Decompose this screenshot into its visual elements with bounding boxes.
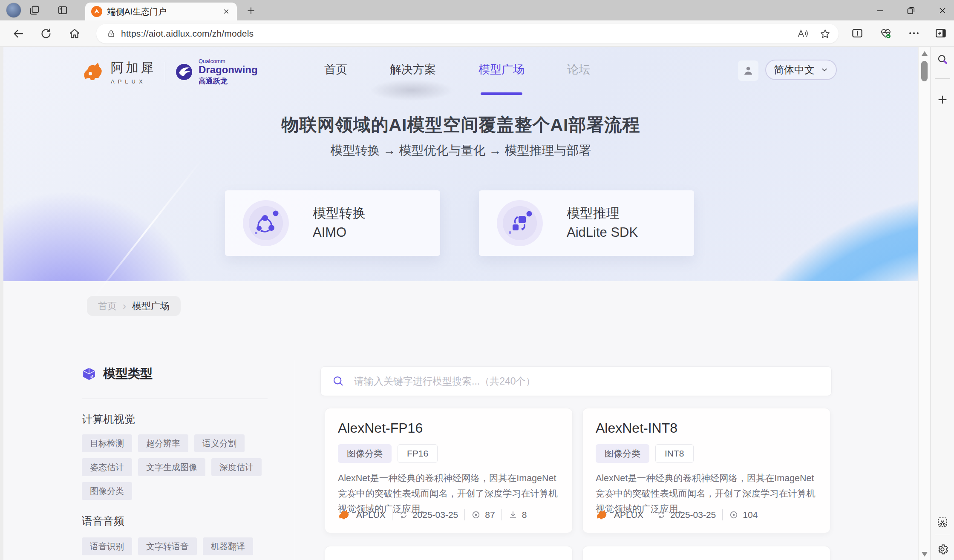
tag-text-to-image[interactable]: 文字生成图像 xyxy=(138,458,205,476)
tab-close-icon[interactable] xyxy=(222,7,231,16)
address-bar[interactable]: https://aiot.aidlux.com/zh/models xyxy=(96,24,839,43)
footer-separator xyxy=(501,509,502,520)
rail-add-icon[interactable] xyxy=(937,94,948,106)
feature-card-product: AIMO xyxy=(313,223,366,242)
scroll-up-arrow[interactable] xyxy=(922,51,928,56)
model-views: 87 xyxy=(471,510,495,520)
sidebar-title: 模型类型 xyxy=(103,365,153,382)
breadcrumb-home[interactable]: 首页 xyxy=(98,300,117,313)
sidebar-divider xyxy=(82,399,268,399)
breadcrumb: 首页 › 模型广场 xyxy=(87,296,181,316)
aplux-logo-icon xyxy=(82,61,104,83)
feature-card-product: AidLite SDK xyxy=(567,223,638,242)
tag-speech-recognition[interactable]: 语音识别 xyxy=(82,537,132,555)
update-icon xyxy=(657,510,666,520)
window-restore-button[interactable] xyxy=(906,6,916,16)
tag-super-resolution[interactable]: 超分辨率 xyxy=(138,434,188,452)
hero-decoration-streak xyxy=(89,158,203,303)
aplux-logo-text: 阿加犀 APLUX xyxy=(111,59,156,85)
edge-sidebar-rail xyxy=(930,47,954,560)
aimo-icon xyxy=(243,200,289,246)
search-input[interactable] xyxy=(354,376,820,387)
feature-card-model-convert[interactable]: 模型转换 AIMO xyxy=(225,190,440,256)
model-card-alexnet-fp16[interactable]: AlexNet-FP16 图像分类 FP16 AlexNet是一种经典的卷积神经… xyxy=(325,408,573,533)
tag-depth-estimation[interactable]: 深度估计 xyxy=(211,458,262,476)
window-minimize-button[interactable] xyxy=(875,6,885,16)
bing-search-icon[interactable] xyxy=(937,54,948,66)
new-tab-button[interactable] xyxy=(246,6,256,16)
page-scrollbar[interactable] xyxy=(918,47,930,560)
model-tag-precision[interactable]: FP16 xyxy=(398,444,438,463)
browser-profile-avatar[interactable] xyxy=(6,3,21,18)
scrollbar-thumb[interactable] xyxy=(921,61,928,81)
model-card-partial[interactable] xyxy=(582,546,830,560)
nav-item-forum[interactable]: 论坛 xyxy=(567,62,590,77)
sidebar-section-cv: 计算机视觉 xyxy=(82,412,135,426)
settings-gear-icon[interactable] xyxy=(937,543,948,555)
read-aloud-icon[interactable] xyxy=(797,28,808,40)
tag-machine-translation[interactable]: 机器翻译 xyxy=(203,537,253,555)
vertical-tabs-icon[interactable] xyxy=(57,5,68,16)
download-icon xyxy=(508,510,518,520)
screenshot-snip-icon[interactable] xyxy=(937,516,948,528)
model-tag-precision[interactable]: INT8 xyxy=(655,444,694,463)
refresh-button[interactable] xyxy=(40,27,52,40)
cube-icon xyxy=(82,367,96,381)
publisher-name: APLUX xyxy=(356,510,386,520)
model-updated: 2025-03-25 xyxy=(399,510,458,520)
tag-text-to-speech[interactable]: 文字转语音 xyxy=(138,537,197,555)
rail-divider xyxy=(935,78,950,79)
update-icon xyxy=(399,510,408,520)
model-tag-category[interactable]: 图像分类 xyxy=(338,444,392,463)
model-title: AlexNet-FP16 xyxy=(338,420,559,436)
model-downloads: 8 xyxy=(508,510,527,520)
home-button[interactable] xyxy=(68,27,81,40)
sidebar-section-audio: 语音音频 xyxy=(82,514,124,528)
lock-icon[interactable] xyxy=(107,29,116,38)
logo-divider xyxy=(165,62,165,82)
url-text[interactable]: https://aiot.aidlux.com/zh/models xyxy=(121,29,786,39)
aidlite-icon xyxy=(497,200,543,246)
tab-actions-icon[interactable] xyxy=(29,5,40,16)
publisher-logo-icon xyxy=(338,509,350,521)
user-account-button[interactable] xyxy=(738,60,758,81)
chevron-down-icon xyxy=(821,66,828,74)
nav-item-solutions[interactable]: 解决方案 xyxy=(390,62,436,77)
model-card-partial[interactable] xyxy=(325,546,573,560)
browser-tab[interactable]: 端侧AI生态门户 xyxy=(85,3,237,20)
browser-essentials-icon[interactable] xyxy=(879,27,892,40)
model-title: AlexNet-INT8 xyxy=(596,420,817,436)
model-card-alexnet-int8[interactable]: AlexNet-INT8 图像分类 INT8 AlexNet是一种经典的卷积神经… xyxy=(582,408,830,533)
sidebar-toggle-icon[interactable] xyxy=(934,27,947,40)
language-selector[interactable]: 简体中文 xyxy=(765,60,837,80)
nav-item-home[interactable]: 首页 xyxy=(324,62,347,77)
window-close-button[interactable] xyxy=(937,6,948,16)
person-icon xyxy=(742,64,755,77)
back-button[interactable] xyxy=(12,27,25,40)
footer-separator xyxy=(464,509,465,520)
tag-image-classification[interactable]: 图像分类 xyxy=(82,482,132,500)
search-icon xyxy=(332,375,345,388)
model-updated: 2025-03-25 xyxy=(657,510,716,520)
model-views: 104 xyxy=(729,510,758,520)
sidebar-cv-tags: 目标检测 超分辨率 语义分割 姿态估计 文字生成图像 深度估计 图像分类 xyxy=(82,434,274,500)
dragonwing-logo-text: Qualcomm Dragonwing 高通跃龙 xyxy=(199,58,258,86)
footer-separator xyxy=(650,509,650,520)
tag-pose-estimation[interactable]: 姿态估计 xyxy=(82,458,132,476)
hero-section: 阿加犀 APLUX Qualcomm Dragonwing 高通跃龙 首页 解决… xyxy=(3,47,918,281)
feature-card-model-inference[interactable]: 模型推理 AidLite SDK xyxy=(479,190,694,256)
sidebar-header: 模型类型 xyxy=(82,365,153,382)
more-options-icon[interactable] xyxy=(908,27,920,40)
model-search-bar[interactable] xyxy=(320,366,832,396)
nav-item-model-plaza[interactable]: 模型广场 xyxy=(478,62,525,77)
tag-semantic-segmentation[interactable]: 语义分割 xyxy=(194,434,245,452)
views-eye-icon xyxy=(729,510,738,520)
favorites-star-icon[interactable] xyxy=(819,28,831,40)
split-screen-icon[interactable] xyxy=(851,27,864,40)
hero-title: 物联网领域的AI模型空间覆盖整个AI部署流程 xyxy=(3,113,918,137)
breadcrumb-current: 模型广场 xyxy=(132,300,170,313)
site-logo[interactable]: 阿加犀 APLUX Qualcomm Dragonwing 高通跃龙 xyxy=(82,58,258,86)
scroll-down-arrow[interactable] xyxy=(922,552,928,557)
tag-object-detection[interactable]: 目标检测 xyxy=(82,434,132,452)
model-tag-category[interactable]: 图像分类 xyxy=(596,444,649,463)
